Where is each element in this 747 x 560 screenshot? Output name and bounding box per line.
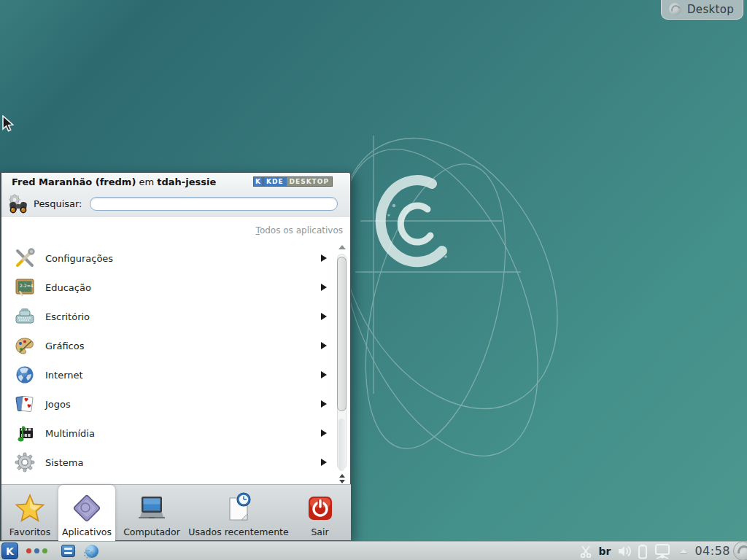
scroll-up-icon[interactable] — [339, 474, 345, 478]
device-notifier-icon[interactable] — [653, 543, 672, 559]
svg-text:2-2=4: 2-2=4 — [20, 283, 34, 288]
category-educacao[interactable]: 2-2=4 Educação — [1, 273, 333, 302]
tab-usados-recentemente[interactable]: Usados recentemente — [188, 485, 289, 541]
category-jogos[interactable]: ♥♥ Jogos — [1, 389, 333, 419]
kde-menu-button[interactable]: K — [1, 542, 18, 559]
panel-cashew-icon[interactable] — [733, 541, 747, 560]
blue-dot-icon — [34, 548, 39, 553]
host-name: tdah-jessie — [157, 176, 216, 187]
svg-text:♥: ♥ — [23, 397, 28, 403]
submenu-arrow-icon — [321, 313, 327, 320]
red-dot-icon — [26, 548, 31, 553]
submenu-arrow-icon — [321, 254, 327, 262]
digital-clock[interactable]: 04:58 — [694, 544, 730, 558]
search-binoculars-icon — [7, 193, 29, 215]
tab-sair[interactable]: Sair — [289, 485, 351, 541]
bottom-panel: K br — [0, 541, 747, 560]
category-escritorio[interactable]: Escritório — [1, 302, 333, 331]
category-configuracoes[interactable]: Configurações — [1, 244, 333, 273]
kickoff-tab-bar: Favoritos Aplicativos Computador — [1, 484, 351, 540]
tab-favoritos[interactable]: Favoritos — [1, 485, 58, 541]
category-internet[interactable]: Internet — [1, 360, 333, 389]
scrollbar-handle[interactable] — [337, 257, 347, 411]
green-dot-icon — [42, 548, 47, 553]
globe-gear-icon[interactable] — [85, 545, 98, 558]
globe-icon — [14, 364, 36, 386]
category-graficos[interactable]: Gráficos — [1, 331, 333, 360]
submenu-arrow-icon — [321, 371, 327, 378]
crossed-tools-icon — [14, 247, 36, 269]
gear-icon — [14, 451, 36, 473]
submenu-arrow-icon — [321, 342, 327, 349]
category-utilitarios[interactable]: Utilitários — [1, 477, 333, 484]
submenu-arrow-icon — [321, 429, 327, 437]
breadcrumb-row: Todos os aplicativos — [1, 217, 350, 238]
search-label: Pesquisar: — [34, 198, 82, 209]
menu-scrollbar[interactable] — [336, 245, 348, 484]
folder-view-title: Desktop — [687, 3, 734, 16]
file-manager-icon[interactable] — [61, 545, 75, 557]
category-multimidia[interactable]: Multimídia — [1, 419, 333, 448]
battery-icon[interactable] — [638, 543, 648, 559]
kickoff-header: Fred Maranhão (fredm) em tdah-jessie K K… — [1, 173, 350, 192]
document-clock-icon — [222, 492, 255, 524]
search-row: Pesquisar: — [1, 192, 350, 217]
submenu-arrow-icon — [321, 284, 327, 291]
tab-computador[interactable]: Computador — [115, 485, 188, 541]
system-tray: br 04:58 — [578, 542, 747, 560]
scroll-down-icon[interactable] — [339, 480, 345, 483]
folder-view-cashew-icon[interactable] — [669, 3, 681, 15]
panel-launchers: K — [0, 542, 98, 559]
volume-icon[interactable] — [616, 544, 632, 559]
tray-expand-arrow-icon[interactable] — [680, 549, 687, 553]
star-icon — [14, 492, 46, 524]
laptop-icon — [136, 492, 168, 524]
search-input[interactable] — [90, 197, 338, 211]
kde-desktop-badge: K KDE DESKTOP — [253, 176, 333, 187]
category-list: Configurações 2-2=4 Educação — [1, 244, 333, 484]
mouse-cursor — [1, 115, 19, 134]
submenu-arrow-icon — [321, 400, 327, 408]
tab-aplicativos[interactable]: Aplicativos — [58, 485, 115, 541]
breadcrumb[interactable]: Todos os aplicativos — [256, 225, 343, 236]
clapperboard-note-icon — [14, 422, 36, 444]
kde-logo-icon: K — [6, 546, 14, 556]
kde-badge-text: KDE — [263, 177, 287, 186]
svg-text:♥: ♥ — [26, 403, 31, 410]
applications-view: Todos os aplicativos Configurações 2-2=4 — [1, 217, 350, 484]
keyboard-layout-indicator[interactable]: br — [598, 545, 611, 557]
scroll-up-icon[interactable] — [338, 245, 346, 249]
scrollbar-groove — [338, 419, 345, 471]
user-name: Fred Maranhão (fredm) — [12, 176, 136, 187]
chalkboard-icon: 2-2=4 — [14, 276, 36, 298]
power-icon — [304, 492, 336, 524]
playing-cards-icon: ♥♥ — [14, 393, 36, 415]
category-sistema[interactable]: Sistema — [1, 448, 333, 477]
paint-palette-icon — [14, 335, 36, 357]
submenu-arrow-icon — [321, 459, 327, 466]
kde-diamond-icon — [71, 492, 103, 524]
kde-logo-icon: K — [254, 177, 263, 186]
kickoff-launcher-popup: Fred Maranhão (fredm) em tdah-jessie K K… — [0, 172, 351, 541]
pager-dots-icon[interactable] — [26, 548, 47, 553]
connector-text: em — [139, 176, 155, 187]
desktop-badge-text: DESKTOP — [287, 177, 332, 186]
folder-view-titlebar[interactable]: Desktop — [661, 0, 743, 20]
typewriter-icon — [14, 306, 36, 327]
klipper-scissors-icon[interactable] — [578, 544, 593, 559]
